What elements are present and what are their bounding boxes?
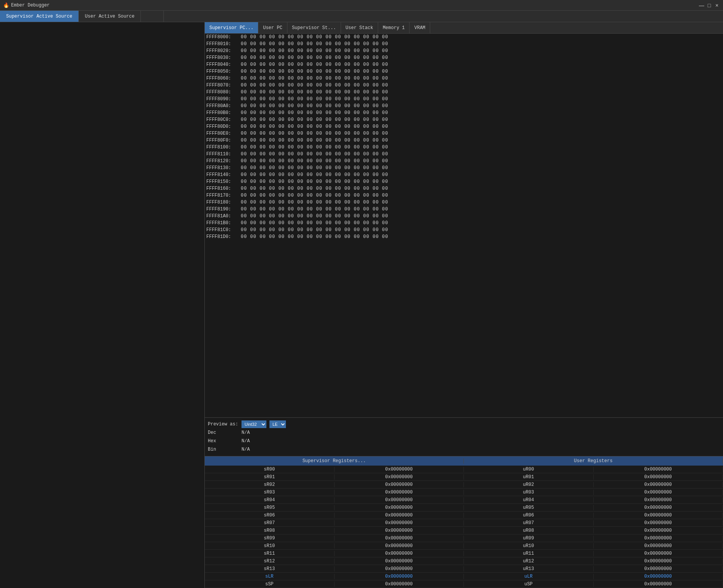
mem-addr: FFFF8160: xyxy=(206,186,241,191)
memory-row[interactable]: FFFF80F0:00 00 00 00 00 00 00 00 00 00 0… xyxy=(205,137,723,144)
memory-row[interactable]: FFFF8010:00 00 00 00 00 00 00 00 00 00 0… xyxy=(205,41,723,47)
mem-addr: FFFF8020: xyxy=(206,48,241,54)
memory-row[interactable]: FFFF80C0:00 00 00 00 00 00 00 00 00 00 0… xyxy=(205,116,723,123)
register-row[interactable]: sR010x00000000uR010x00000000 xyxy=(205,473,723,481)
close-button[interactable]: × xyxy=(714,2,720,8)
memory-row[interactable]: FFFF8160:00 00 00 00 00 00 00 00 00 00 0… xyxy=(205,185,723,192)
supervisor-reg-name: sLR xyxy=(205,574,335,579)
memory-row[interactable]: FFFF8170:00 00 00 00 00 00 00 00 00 00 0… xyxy=(205,192,723,199)
left-panel xyxy=(0,22,205,588)
mem-bytes: 00 00 00 00 00 00 00 00 00 00 00 00 00 0… xyxy=(241,145,721,150)
memory-row[interactable]: FFFF8100:00 00 00 00 00 00 00 00 00 00 0… xyxy=(205,144,723,151)
register-row[interactable]: sR080x00000000uR080x00000000 xyxy=(205,527,723,534)
tab-supervisor-active-source[interactable]: Supervisor Active Source xyxy=(0,11,79,22)
memory-row[interactable]: FFFF8000:00 00 00 00 00 00 00 00 00 00 0… xyxy=(205,34,723,41)
register-row[interactable]: sR030x00000000uR030x00000000 xyxy=(205,489,723,496)
user-reg-value: 0x00000000 xyxy=(594,559,723,564)
memory-row[interactable]: FFFF8070:00 00 00 00 00 00 00 00 00 00 0… xyxy=(205,82,723,89)
supervisor-reg-name: sR08 xyxy=(205,528,335,533)
mem-bytes: 00 00 00 00 00 00 00 00 00 00 00 00 00 0… xyxy=(241,69,721,74)
register-row[interactable]: sR050x00000000uR050x00000000 xyxy=(205,504,723,511)
memory-row[interactable]: FFFF8190:00 00 00 00 00 00 00 00 00 00 0… xyxy=(205,206,723,213)
supervisor-reg-value: 0x00000000 xyxy=(335,482,464,487)
register-row[interactable]: sR020x00000000uR020x00000000 xyxy=(205,481,723,489)
app-title: Ember Debugger xyxy=(11,3,50,8)
register-row[interactable]: sR090x00000000uR090x00000000 xyxy=(205,534,723,542)
memory-row[interactable]: FFFF80B0:00 00 00 00 00 00 00 00 00 00 0… xyxy=(205,109,723,116)
supervisor-reg-name: sR07 xyxy=(205,520,335,526)
memory-row[interactable]: FFFF8150:00 00 00 00 00 00 00 00 00 00 0… xyxy=(205,178,723,185)
user-reg-name: uR02 xyxy=(464,482,594,487)
memory-row[interactable]: FFFF8050:00 00 00 00 00 00 00 00 00 00 0… xyxy=(205,68,723,75)
user-reg-name: uR08 xyxy=(464,528,594,533)
memory-row[interactable]: FFFF80A0:00 00 00 00 00 00 00 00 00 00 0… xyxy=(205,103,723,109)
mem-bytes: 00 00 00 00 00 00 00 00 00 00 00 00 00 0… xyxy=(241,193,721,198)
mem-addr: FFFF80C0: xyxy=(206,117,241,122)
memory-tab-5[interactable]: VRAM xyxy=(410,22,430,33)
memory-row[interactable]: FFFF8140:00 00 00 00 00 00 00 00 00 00 0… xyxy=(205,171,723,178)
mem-bytes: 00 00 00 00 00 00 00 00 00 00 00 00 00 0… xyxy=(241,117,721,122)
preview-endian-select[interactable]: LEBE xyxy=(269,420,286,428)
register-row[interactable]: sR060x00000000uR060x00000000 xyxy=(205,511,723,519)
register-row[interactable]: sLR0x00000000uLR0x00000000 xyxy=(205,573,723,580)
memory-row[interactable]: FFFF8120:00 00 00 00 00 00 00 00 00 00 0… xyxy=(205,158,723,165)
memory-row[interactable]: FFFF81A0:00 00 00 00 00 00 00 00 00 00 0… xyxy=(205,213,723,220)
preview-type-select[interactable]: Uint32Int32Uint16Int16Uint8Int8Float32Fl… xyxy=(242,420,266,428)
memory-tab-4[interactable]: Memory 1 xyxy=(378,22,410,33)
user-reg-name: uLR xyxy=(464,574,594,579)
memory-tab-0[interactable]: Supervisor PC... xyxy=(205,22,258,33)
memory-row[interactable]: FFFF8110:00 00 00 00 00 00 00 00 00 00 0… xyxy=(205,151,723,158)
memory-row[interactable]: FFFF8130:00 00 00 00 00 00 00 00 00 00 0… xyxy=(205,165,723,171)
mem-bytes: 00 00 00 00 00 00 00 00 00 00 00 00 00 0… xyxy=(241,103,721,109)
supervisor-reg-name: sR10 xyxy=(205,543,335,549)
register-row[interactable]: sR070x00000000uR070x00000000 xyxy=(205,519,723,527)
mem-addr: FFFF8050: xyxy=(206,69,241,74)
memory-row[interactable]: FFFF8180:00 00 00 00 00 00 00 00 00 00 0… xyxy=(205,199,723,206)
memory-row[interactable]: FFFF80D0:00 00 00 00 00 00 00 00 00 00 0… xyxy=(205,123,723,130)
user-reg-value: 0x00000000 xyxy=(594,543,723,549)
user-reg-value: 0x00000000 xyxy=(594,551,723,556)
memory-tab-3[interactable]: User Stack xyxy=(341,22,378,33)
hex-value: N/A xyxy=(242,438,250,444)
register-row[interactable]: sR040x00000000uR040x00000000 xyxy=(205,496,723,504)
user-reg-name: uR03 xyxy=(464,490,594,495)
register-row[interactable]: sR110x00000000uR110x00000000 xyxy=(205,550,723,557)
memory-row[interactable]: FFFF8060:00 00 00 00 00 00 00 00 00 00 0… xyxy=(205,75,723,82)
memory-tab-2[interactable]: Supervisor St... xyxy=(287,22,341,33)
bin-value: N/A xyxy=(242,447,250,452)
minimize-button[interactable]: — xyxy=(699,2,705,8)
memory-row[interactable]: FFFF8020:00 00 00 00 00 00 00 00 00 00 0… xyxy=(205,47,723,54)
memory-view[interactable]: FFFF8000:00 00 00 00 00 00 00 00 00 00 0… xyxy=(205,34,723,417)
memory-row[interactable]: FFFF8090:00 00 00 00 00 00 00 00 00 00 0… xyxy=(205,96,723,103)
tab-extra[interactable] xyxy=(141,11,164,22)
user-reg-name: uR06 xyxy=(464,513,594,518)
memory-row[interactable]: FFFF8030:00 00 00 00 00 00 00 00 00 00 0… xyxy=(205,54,723,61)
register-row[interactable]: sSP0x00000000uSP0x00000000 xyxy=(205,580,723,588)
mem-bytes: 00 00 00 00 00 00 00 00 00 00 00 00 00 0… xyxy=(241,62,721,67)
memory-row[interactable]: FFFF80E0:00 00 00 00 00 00 00 00 00 00 0… xyxy=(205,130,723,137)
dec-value: N/A xyxy=(242,430,250,435)
mem-addr: FFFF80F0: xyxy=(206,138,241,143)
memory-row[interactable]: FFFF81D0:00 00 00 00 00 00 00 00 00 00 0… xyxy=(205,233,723,240)
user-reg-value: 0x00000000 xyxy=(594,566,723,572)
mem-addr: FFFF8090: xyxy=(206,96,241,102)
maximize-button[interactable]: □ xyxy=(706,2,712,8)
memory-row[interactable]: FFFF8080:00 00 00 00 00 00 00 00 00 00 0… xyxy=(205,89,723,96)
mem-bytes: 00 00 00 00 00 00 00 00 00 00 00 00 00 0… xyxy=(241,83,721,88)
supervisor-reg-name: sR00 xyxy=(205,467,335,472)
memory-row[interactable]: FFFF81B0:00 00 00 00 00 00 00 00 00 00 0… xyxy=(205,220,723,226)
memory-tab-1[interactable]: User PC xyxy=(258,22,287,33)
mem-addr: FFFF8080: xyxy=(206,90,241,95)
register-row[interactable]: sR100x00000000uR100x00000000 xyxy=(205,542,723,550)
memory-row[interactable]: FFFF81C0:00 00 00 00 00 00 00 00 00 00 0… xyxy=(205,226,723,233)
register-row[interactable]: sR120x00000000uR120x00000000 xyxy=(205,557,723,565)
supervisor-reg-value: 0x00000000 xyxy=(335,543,464,549)
registers-area: Supervisor Registers... User Registers s… xyxy=(205,456,723,588)
memory-row[interactable]: FFFF8040:00 00 00 00 00 00 00 00 00 00 0… xyxy=(205,61,723,68)
supervisor-reg-value: 0x00000000 xyxy=(335,505,464,510)
register-row[interactable]: sR000x00000000uR000x00000000 xyxy=(205,466,723,473)
supervisor-reg-name: sR05 xyxy=(205,505,335,510)
register-row[interactable]: sR130x00000000uR130x00000000 xyxy=(205,565,723,573)
supervisor-reg-name: sSP xyxy=(205,581,335,587)
tab-user-active-source[interactable]: User Active Source xyxy=(79,11,141,22)
